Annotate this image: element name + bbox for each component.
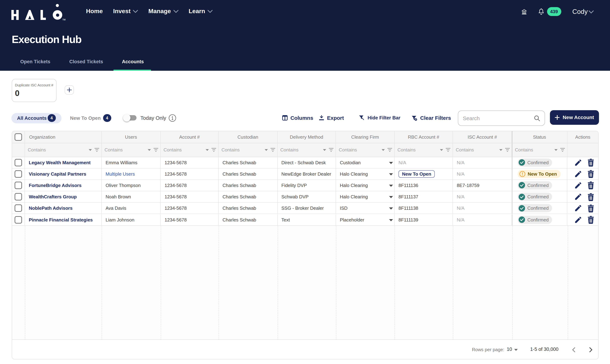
svg-text:TM: TM [62, 18, 65, 21]
